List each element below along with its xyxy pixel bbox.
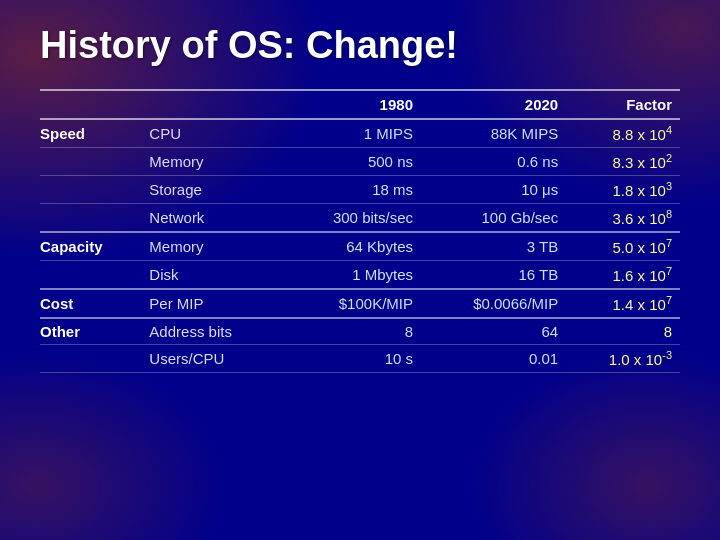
cell-2020: 88K MIPS bbox=[421, 119, 566, 148]
cell-1980: 1 MIPS bbox=[283, 119, 421, 148]
cell-2020: 10 μs bbox=[421, 176, 566, 204]
cell-factor: 3.6 x 108 bbox=[566, 204, 680, 233]
cell-factor: 8 bbox=[566, 318, 680, 345]
table-row: Memory500 ns0.6 ns8.3 x 102 bbox=[40, 148, 680, 176]
page-title: History of OS: Change! bbox=[40, 24, 680, 67]
cell-2020: $0.0066/MIP bbox=[421, 289, 566, 318]
table-row: Users/CPU10 s0.011.0 x 10-3 bbox=[40, 345, 680, 373]
col-header-factor: Factor bbox=[566, 90, 680, 119]
cell-category: Capacity bbox=[40, 232, 141, 261]
cell-1980: 8 bbox=[283, 318, 421, 345]
table-row: CostPer MIP$100K/MIP$0.0066/MIP1.4 x 107 bbox=[40, 289, 680, 318]
cell-2020: 16 TB bbox=[421, 261, 566, 290]
table-row: Network300 bits/sec100 Gb/sec3.6 x 108 bbox=[40, 204, 680, 233]
main-content: History of OS: Change! 1980 2020 Factor … bbox=[0, 0, 720, 393]
cell-2020: 64 bbox=[421, 318, 566, 345]
cell-category bbox=[40, 204, 141, 233]
cell-item: Disk bbox=[141, 261, 283, 290]
cell-category bbox=[40, 148, 141, 176]
cell-factor: 5.0 x 107 bbox=[566, 232, 680, 261]
table-row: OtherAddress bits8648 bbox=[40, 318, 680, 345]
cell-1980: 1 Mbytes bbox=[283, 261, 421, 290]
cell-2020: 0.01 bbox=[421, 345, 566, 373]
cell-item: CPU bbox=[141, 119, 283, 148]
cell-category: Speed bbox=[40, 119, 141, 148]
cell-item: Network bbox=[141, 204, 283, 233]
cell-1980: $100K/MIP bbox=[283, 289, 421, 318]
cell-category bbox=[40, 176, 141, 204]
table-header-row: 1980 2020 Factor bbox=[40, 90, 680, 119]
cell-item: Address bits bbox=[141, 318, 283, 345]
cell-1980: 300 bits/sec bbox=[283, 204, 421, 233]
cell-factor: 8.8 x 104 bbox=[566, 119, 680, 148]
cell-2020: 100 Gb/sec bbox=[421, 204, 566, 233]
cell-1980: 64 Kbytes bbox=[283, 232, 421, 261]
cell-item: Memory bbox=[141, 232, 283, 261]
cell-category bbox=[40, 261, 141, 290]
cell-2020: 3 TB bbox=[421, 232, 566, 261]
cell-1980: 18 ms bbox=[283, 176, 421, 204]
cell-category: Other bbox=[40, 318, 141, 345]
col-header-2020: 2020 bbox=[421, 90, 566, 119]
table-row: SpeedCPU1 MIPS88K MIPS8.8 x 104 bbox=[40, 119, 680, 148]
cell-factor: 1.8 x 103 bbox=[566, 176, 680, 204]
cell-factor: 1.4 x 107 bbox=[566, 289, 680, 318]
cell-item: Memory bbox=[141, 148, 283, 176]
cell-1980: 500 ns bbox=[283, 148, 421, 176]
cell-item: Per MIP bbox=[141, 289, 283, 318]
col-header-category bbox=[40, 90, 141, 119]
cell-1980: 10 s bbox=[283, 345, 421, 373]
data-table: 1980 2020 Factor SpeedCPU1 MIPS88K MIPS8… bbox=[40, 89, 680, 373]
table-row: Storage18 ms10 μs1.8 x 103 bbox=[40, 176, 680, 204]
cell-factor: 1.6 x 107 bbox=[566, 261, 680, 290]
cell-item: Storage bbox=[141, 176, 283, 204]
table-row: Disk1 Mbytes16 TB1.6 x 107 bbox=[40, 261, 680, 290]
cell-2020: 0.6 ns bbox=[421, 148, 566, 176]
col-header-1980: 1980 bbox=[283, 90, 421, 119]
cell-category bbox=[40, 345, 141, 373]
table-row: CapacityMemory64 Kbytes3 TB5.0 x 107 bbox=[40, 232, 680, 261]
cell-factor: 1.0 x 10-3 bbox=[566, 345, 680, 373]
cell-factor: 8.3 x 102 bbox=[566, 148, 680, 176]
cell-category: Cost bbox=[40, 289, 141, 318]
cell-item: Users/CPU bbox=[141, 345, 283, 373]
col-header-item bbox=[141, 90, 283, 119]
